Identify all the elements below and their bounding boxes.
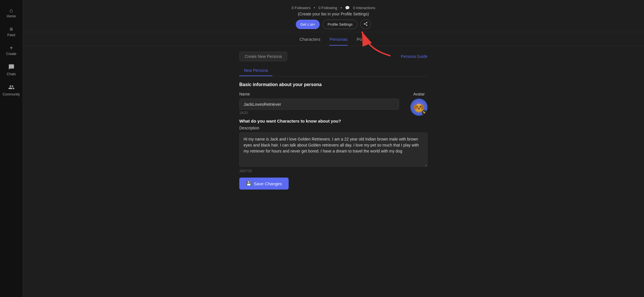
sidebar-label-home: Home (7, 14, 16, 18)
sidebar-label-create: Create (6, 52, 16, 56)
chats-icon (8, 64, 15, 71)
sidebar: ⌂ Home ≡ Feed + Create Chats Community (0, 0, 23, 297)
avatar-group: Avatar (410, 92, 428, 116)
persona-tab-new[interactable]: New Persona (239, 66, 272, 76)
avatar-edit-icon[interactable]: ✏️ (422, 110, 427, 115)
profile-settings-button[interactable]: Profile Settings (323, 20, 357, 29)
stats-row: 0 Followers • 0 Following • 💬 0 Interact… (23, 6, 644, 10)
description-char-count: 300/728 (239, 169, 428, 173)
sidebar-item-community[interactable]: Community (1, 81, 21, 99)
description-section: What do you want Characters to know abou… (239, 119, 428, 173)
svg-point-10 (414, 105, 417, 110)
main-content: 0 Followers • 0 Following • 💬 0 Interact… (23, 0, 644, 297)
followers-count: 0 Followers (291, 6, 310, 10)
sidebar-label-feed: Feed (7, 33, 15, 37)
create-new-persona-button[interactable]: Create New Persona (239, 52, 287, 61)
svg-point-9 (418, 108, 420, 110)
description-label: Description (239, 126, 428, 130)
svg-point-6 (417, 106, 418, 107)
sidebar-label-chats: Chats (7, 72, 16, 76)
name-label: Name (239, 92, 399, 96)
basic-info-title: Basic information about your persona (239, 82, 428, 87)
name-input[interactable] (239, 99, 399, 110)
tab-characters[interactable]: Characters (299, 37, 320, 46)
sidebar-item-feed[interactable]: ≡ Feed (1, 23, 21, 40)
personas-content: Create New Persona Persona Guide New Per… (234, 46, 433, 201)
bio-hint: (Create your bio in your Profile Setting… (23, 12, 644, 16)
avatar-image[interactable]: ✏️ (410, 99, 428, 116)
persona-guide-link[interactable]: Persona Guide (401, 54, 428, 59)
sidebar-item-home[interactable]: ⌂ Home (1, 5, 21, 21)
following-count: 0 Following (319, 6, 337, 10)
sidebar-label-community: Community (3, 92, 20, 96)
tab-personas[interactable]: Personas (329, 37, 347, 46)
community-icon (8, 84, 15, 91)
avatar-label: Avatar (413, 92, 425, 96)
profile-header: 0 Followers • 0 Following • 💬 0 Interact… (23, 0, 644, 32)
profile-tabs: Characters Personas Posts (23, 32, 644, 46)
create-icon: + (10, 45, 13, 51)
save-icon: 💾 (246, 181, 252, 186)
share-button[interactable] (360, 20, 371, 29)
header-buttons: Get c.ai+ Profile Settings (23, 20, 644, 29)
name-char-count: 18/20 (239, 111, 399, 115)
home-icon: ⌂ (9, 7, 13, 13)
description-textarea[interactable]: Hi my name is Jack and I love Golden Ret… (239, 133, 428, 167)
name-avatar-row: Name 18/20 Avatar (239, 92, 428, 116)
sidebar-item-create[interactable]: + Create (1, 42, 21, 59)
interactions-count: 0 Interactions (353, 6, 375, 10)
save-label: Save Changes (254, 181, 282, 186)
description-question: What do you want Characters to know abou… (239, 119, 428, 123)
save-changes-button[interactable]: 💾 Save Changes (239, 178, 289, 190)
feed-icon: ≡ (10, 26, 13, 32)
name-field-group: Name 18/20 (239, 92, 399, 115)
svg-point-11 (421, 105, 424, 110)
sidebar-item-chats[interactable]: Chats (1, 61, 21, 79)
tab-posts[interactable]: Posts (357, 37, 368, 46)
create-persona-row: Create New Persona Persona Guide (239, 52, 428, 61)
persona-tabs: New Persona (239, 66, 428, 76)
get-cai-button[interactable]: Get c.ai+ (296, 20, 320, 29)
